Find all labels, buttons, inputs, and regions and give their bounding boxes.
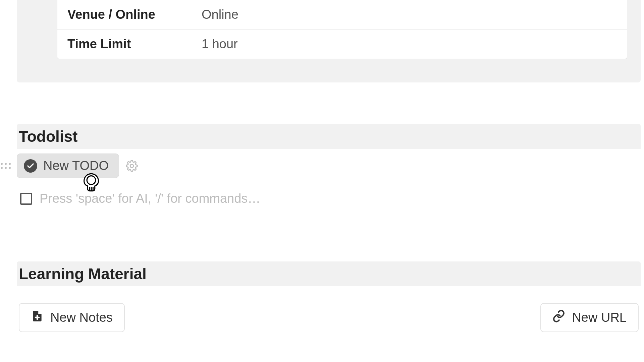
- new-notes-button[interactable]: New Notes: [19, 303, 125, 332]
- link-icon: [552, 310, 565, 325]
- new-todo-label: New TODO: [43, 159, 109, 173]
- new-todo-button[interactable]: New TODO: [17, 154, 119, 178]
- info-table: Venue / Online Online Time Limit 1 hour: [57, 0, 627, 59]
- todolist-section: Todolist New TODO Press 'space' for AI, …: [17, 124, 641, 206]
- svg-rect-2: [35, 317, 40, 318]
- new-notes-label: New Notes: [50, 310, 113, 325]
- new-url-button[interactable]: New URL: [540, 303, 639, 332]
- gear-icon[interactable]: [125, 159, 139, 173]
- file-plus-icon: [31, 310, 44, 325]
- table-row: Time Limit 1 hour: [57, 29, 627, 59]
- todo-checkbox[interactable]: [20, 193, 32, 205]
- info-val-venue[interactable]: Online: [202, 7, 238, 22]
- table-row: Venue / Online Online: [57, 0, 627, 29]
- info-val-timelimit[interactable]: 1 hour: [202, 37, 238, 51]
- learning-actions: New Notes New URL: [17, 303, 641, 332]
- info-key-venue: Venue / Online: [67, 7, 202, 22]
- todo-toolbar: New TODO: [1, 154, 641, 178]
- info-key-timelimit: Time Limit: [67, 37, 202, 51]
- learning-material-section: Learning Material New Notes New URL: [17, 261, 641, 332]
- todo-item: Press 'space' for AI, '/' for commands…: [20, 191, 641, 206]
- todolist-header: Todolist: [17, 124, 641, 149]
- svg-point-0: [130, 164, 133, 168]
- check-circle-icon: [24, 159, 37, 173]
- drag-handle-icon[interactable]: [1, 159, 11, 173]
- info-card: Venue / Online Online Time Limit 1 hour: [17, 0, 641, 82]
- todo-input-placeholder[interactable]: Press 'space' for AI, '/' for commands…: [40, 191, 260, 206]
- new-url-label: New URL: [572, 310, 627, 325]
- learning-material-header: Learning Material: [17, 261, 641, 286]
